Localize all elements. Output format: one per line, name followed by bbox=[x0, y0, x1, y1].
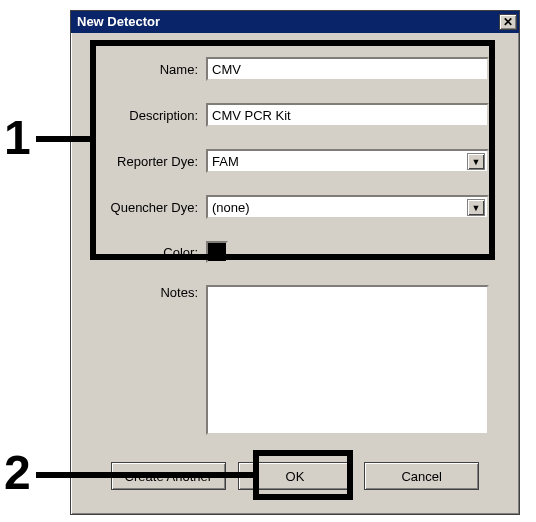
name-input[interactable] bbox=[206, 57, 489, 81]
annotation-number-2: 2 bbox=[4, 445, 31, 500]
row-quencher: Quencher Dye: (none) ▼ bbox=[101, 195, 489, 219]
chevron-down-icon: ▼ bbox=[467, 199, 485, 216]
reporter-dye-value: FAM bbox=[212, 154, 467, 169]
row-color: Color: bbox=[101, 241, 489, 263]
description-input[interactable] bbox=[206, 103, 489, 127]
color-swatch[interactable] bbox=[206, 241, 228, 263]
close-button[interactable]: ✕ bbox=[499, 14, 517, 30]
annotation-lead-1 bbox=[36, 136, 94, 142]
cancel-button[interactable]: Cancel bbox=[364, 462, 479, 490]
label-quencher: Quencher Dye: bbox=[101, 200, 206, 215]
reporter-dye-select[interactable]: FAM ▼ bbox=[206, 149, 489, 173]
label-color: Color: bbox=[101, 245, 206, 260]
dialog-body: Name: Description: Reporter Dye: FAM ▼ Q… bbox=[71, 33, 519, 504]
label-notes: Notes: bbox=[101, 285, 206, 300]
row-reporter: Reporter Dye: FAM ▼ bbox=[101, 149, 489, 173]
new-detector-dialog: New Detector ✕ Name: Description: Report… bbox=[70, 10, 520, 515]
chevron-down-icon: ▼ bbox=[467, 153, 485, 170]
quencher-dye-value: (none) bbox=[212, 200, 467, 215]
window-title: New Detector bbox=[77, 11, 160, 33]
quencher-dye-select[interactable]: (none) ▼ bbox=[206, 195, 489, 219]
annotation-lead-2 bbox=[36, 472, 256, 478]
cancel-label: Cancel bbox=[401, 469, 441, 484]
close-icon: ✕ bbox=[503, 16, 513, 28]
annotation-number-1: 1 bbox=[4, 110, 31, 165]
row-name: Name: bbox=[101, 57, 489, 81]
titlebar: New Detector ✕ bbox=[71, 11, 519, 33]
label-name: Name: bbox=[101, 62, 206, 77]
label-reporter: Reporter Dye: bbox=[101, 154, 206, 169]
label-description: Description: bbox=[101, 108, 206, 123]
row-description: Description: bbox=[101, 103, 489, 127]
notes-textarea[interactable] bbox=[206, 285, 489, 435]
row-notes: Notes: bbox=[101, 285, 489, 438]
ok-label: OK bbox=[286, 469, 305, 484]
